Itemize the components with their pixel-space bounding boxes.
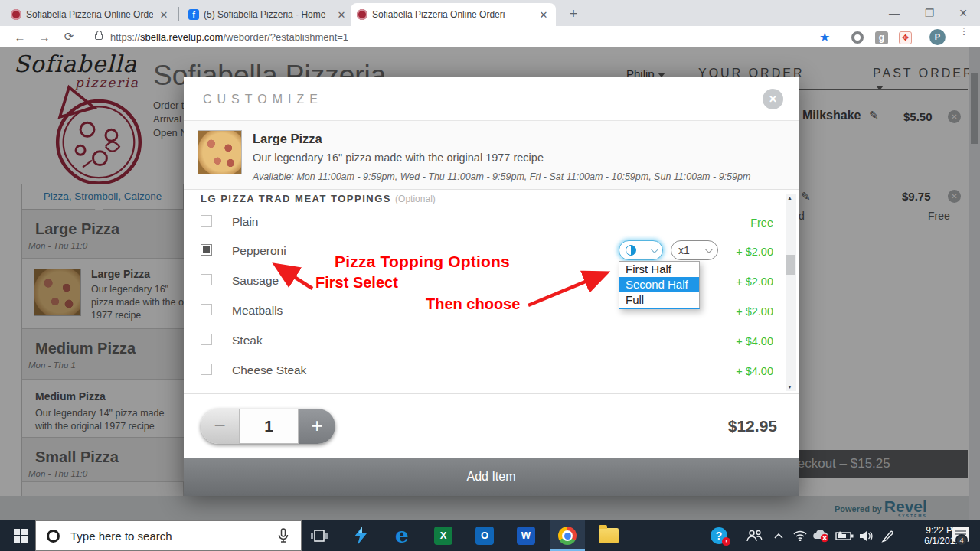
chevron-down-icon xyxy=(651,246,658,253)
optional-label: (Optional) xyxy=(395,194,436,204)
tab-sofiabella-1[interactable]: Sofiabella Pizzeria Online Orderin ✕ xyxy=(5,3,176,26)
scroll-up-arrow[interactable]: ▲ xyxy=(787,195,792,201)
tab-close-icon[interactable]: ✕ xyxy=(158,9,170,21)
checkbox-sausage[interactable] xyxy=(201,274,212,285)
checkbox-pepperoni-checked[interactable] xyxy=(201,244,212,256)
chrome-button-active[interactable] xyxy=(550,520,585,551)
forward-button[interactable]: → xyxy=(37,31,52,44)
tab-title: (5) Sofiabella Pizzeria - Home xyxy=(204,9,331,20)
speaker-icon[interactable] xyxy=(856,520,877,551)
tab-separator xyxy=(178,7,179,21)
url-text[interactable]: https://sbella.revelup.com/weborder/?est… xyxy=(110,31,348,43)
excel-button[interactable]: X xyxy=(426,520,461,551)
edge-button[interactable]: e xyxy=(384,520,420,551)
new-tab-button[interactable]: + xyxy=(564,4,583,24)
option-second-half-selected[interactable]: Second Half xyxy=(619,277,699,292)
divider xyxy=(184,207,786,207)
reload-button[interactable]: ⟳ xyxy=(61,30,77,44)
topping-row-steak: Steak + $4.00 xyxy=(201,334,786,350)
customize-modal: CUSTOMIZE ✕ Large Pizza Our legendary 16… xyxy=(184,77,799,496)
topping-label: Steak xyxy=(232,334,263,347)
pizzeria-favicon-icon xyxy=(11,9,21,20)
topping-label: Sausage xyxy=(232,274,279,288)
cortana-icon xyxy=(47,530,60,543)
tab-title: Sofiabella Pizzeria Online Orderi xyxy=(372,9,533,20)
back-button[interactable]: ← xyxy=(12,31,28,44)
half-full-menu: First Half Second Half Full xyxy=(619,261,700,309)
browser-tab-strip: Sofiabella Pizzeria Online Orderin ✕ f (… xyxy=(0,0,980,26)
topping-price: + $4.00 xyxy=(736,365,773,377)
windows-logo-icon xyxy=(14,529,28,543)
file-explorer-button[interactable] xyxy=(591,520,626,551)
battery-icon[interactable] xyxy=(833,520,856,551)
window-minimize-button[interactable]: — xyxy=(877,0,911,26)
increase-quantity-button[interactable]: + xyxy=(299,409,335,444)
windows-ink-pen-icon[interactable] xyxy=(877,520,897,551)
padlock-icon xyxy=(95,34,103,40)
topping-row-cheese-steak: Cheese Steak + $4.00 xyxy=(201,364,786,380)
modal-item-summary: Large Pizza Our legendary 16" pizza made… xyxy=(184,121,799,190)
onedrive-error-icon[interactable] xyxy=(810,520,831,551)
tab-facebook[interactable]: f (5) Sofiabella Pizzeria - Home ✕ xyxy=(182,3,354,26)
item-total-price: $12.95 xyxy=(728,417,777,435)
tab-close-icon[interactable]: ✕ xyxy=(537,9,550,21)
task-view-button[interactable] xyxy=(302,520,337,551)
toppings-scrollbar[interactable]: ▲ ▼ xyxy=(786,194,796,391)
taskbar-search-input[interactable]: Type here to search xyxy=(35,520,302,551)
annotation-title: Pizza Topping Options xyxy=(335,253,510,271)
topping-label: Cheese Steak xyxy=(232,364,306,377)
checkbox-meatballs[interactable] xyxy=(201,304,212,315)
checkbox-steak[interactable] xyxy=(201,334,212,345)
modal-footer: − 1 + $12.95 xyxy=(184,393,799,458)
modal-title: CUSTOMIZE xyxy=(203,93,323,106)
lightning-icon xyxy=(353,527,368,545)
decrease-quantity-button[interactable]: − xyxy=(201,409,239,444)
toppings-list: LG PIZZA TRAD MEAT TOPPINGS (Optional) P… xyxy=(184,190,799,393)
word-icon: W xyxy=(517,527,535,545)
half-circle-icon xyxy=(626,245,636,256)
microphone-icon[interactable] xyxy=(278,528,289,543)
half-full-select[interactable] xyxy=(619,240,663,260)
topping-multiplier-select[interactable]: x1 xyxy=(671,240,718,260)
profile-avatar[interactable]: P xyxy=(929,29,946,45)
wifi-icon[interactable] xyxy=(790,520,810,551)
option-first-half[interactable]: First Half xyxy=(619,262,699,277)
add-item-button[interactable]: Add Item xyxy=(184,458,799,496)
checkbox-plain[interactable] xyxy=(201,215,212,227)
multiplier-value: x1 xyxy=(678,244,690,256)
bookmark-star-icon[interactable]: ★ xyxy=(819,30,830,44)
start-button[interactable] xyxy=(8,520,35,551)
scrollbar-thumb[interactable] xyxy=(786,255,795,275)
lightning-app-button[interactable] xyxy=(343,520,378,551)
grammarly-extension-icon[interactable]: g xyxy=(875,31,888,44)
window-restore-button[interactable]: ❐ xyxy=(913,0,946,26)
acrobat-extension-icon[interactable]: ✥ xyxy=(899,31,912,44)
tab-title: Sofiabella Pizzeria Online Orderin xyxy=(26,9,153,20)
topping-label: Plain xyxy=(232,215,258,229)
close-icon[interactable]: ✕ xyxy=(763,89,783,109)
outlook-button[interactable]: O xyxy=(467,520,502,551)
checkbox-cheese-steak[interactable] xyxy=(201,364,212,375)
topping-price: + $4.00 xyxy=(736,335,773,347)
scroll-down-arrow[interactable]: ▼ xyxy=(787,384,792,390)
help-tray-icon[interactable]: ?! xyxy=(710,527,727,544)
topping-price: + $2.00 xyxy=(736,305,773,318)
annotation-first-select: First Select xyxy=(315,274,398,292)
tab-close-icon[interactable]: ✕ xyxy=(335,9,348,21)
extension-circle-icon[interactable] xyxy=(851,31,864,44)
word-button[interactable]: W xyxy=(508,520,544,551)
alert-badge: ! xyxy=(722,537,730,546)
people-tray-icon[interactable] xyxy=(741,520,767,551)
pizzeria-favicon-icon xyxy=(357,9,368,20)
action-center-icon[interactable]: 4 xyxy=(952,527,969,542)
tab-sofiabella-active[interactable]: Sofiabella Pizzeria Online Orderi ✕ xyxy=(351,3,556,26)
window-close-button[interactable]: ✕ xyxy=(946,0,980,26)
topping-label: Meatballs xyxy=(232,304,283,318)
topping-price: Free xyxy=(750,217,773,229)
quantity-value: 1 xyxy=(239,409,299,444)
excel-icon: X xyxy=(434,527,452,545)
browser-menu-icon[interactable]: ⋮ xyxy=(959,28,969,34)
option-full[interactable]: Full xyxy=(619,292,699,308)
search-placeholder: Type here to search xyxy=(70,530,278,543)
tray-expand-chevron[interactable] xyxy=(769,520,789,551)
